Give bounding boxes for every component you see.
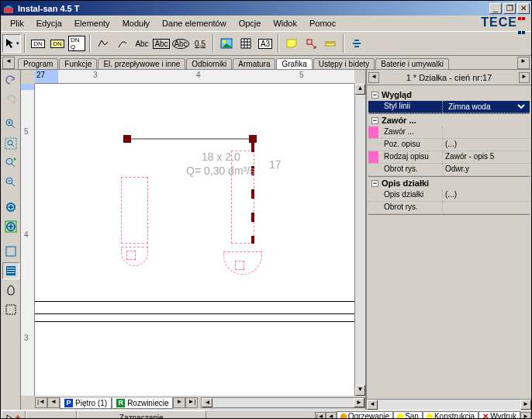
- tab-grafika[interactable]: Grafika: [276, 58, 312, 69]
- tab-funkcje[interactable]: Funkcje: [59, 58, 97, 69]
- viewtab-ogrzewanie[interactable]: Ogrzewanie: [337, 411, 393, 419]
- note-tool[interactable]: [282, 34, 301, 53]
- canvas[interactable]: 18 x 2,0 Q= 0,30 dm³/s 17: [35, 84, 354, 396]
- svg-rect-18: [7, 272, 15, 273]
- prop-row[interactable]: Styl liniiZimna woda: [368, 101, 530, 113]
- prop-prev-button[interactable]: ◄: [368, 72, 379, 83]
- properties-panel-toggle[interactable]: [2, 262, 19, 279]
- prop-select[interactable]: Zimna woda: [445, 102, 527, 112]
- select-rect-tool[interactable]: [2, 301, 19, 318]
- undo-tool[interactable]: [2, 71, 19, 88]
- a3-tool[interactable]: A3: [256, 34, 275, 53]
- horizontal-scrollbar[interactable]: ◄ ►: [201, 397, 365, 408]
- prop-section-header[interactable]: −Wygląd: [368, 88, 530, 101]
- text-box-tool[interactable]: Abc: [152, 34, 171, 53]
- view-nav-next[interactable]: ►: [520, 412, 531, 420]
- prop-key: Opis działki: [368, 189, 443, 202]
- fullscreen-tool[interactable]: [2, 243, 19, 260]
- prop-value[interactable]: (...): [443, 189, 530, 202]
- view-nav-prev[interactable]: ◄: [326, 412, 337, 420]
- scale-tool[interactable]: 0,5: [191, 34, 209, 53]
- scroll-up-button[interactable]: ▲: [355, 84, 365, 95]
- prop-value[interactable]: Odwr.y: [443, 164, 530, 176]
- viewtab-wydruk[interactable]: ✕Wydruk: [478, 411, 520, 419]
- arrow-tool[interactable]: ▾: [2, 34, 21, 53]
- expand-icon[interactable]: −: [371, 92, 378, 99]
- dnq-tool[interactable]: DN Q: [67, 34, 86, 53]
- move-object-tool[interactable]: [302, 34, 320, 53]
- prop-value[interactable]: [443, 126, 530, 139]
- tab-odbiorniki[interactable]: Odbiorniki: [186, 58, 232, 69]
- properties-scrollbar[interactable]: ◄►: [367, 399, 531, 410]
- expand-icon[interactable]: −: [371, 117, 378, 124]
- tab-armatura[interactable]: Armatura: [233, 58, 275, 69]
- zoom-out-tool[interactable]: [2, 174, 19, 191]
- zoom-fit-tool[interactable]: [2, 199, 19, 216]
- sheet-tab-rozwiniecie[interactable]: R Rozwiniecie: [112, 397, 173, 409]
- zoom-window-tool[interactable]: [2, 135, 19, 152]
- redo-tool[interactable]: [2, 91, 19, 108]
- table-tool[interactable]: [237, 34, 255, 53]
- tab-baterie[interactable]: Baterie i umywalki: [375, 58, 449, 69]
- menu-elementy[interactable]: Elementy: [68, 17, 116, 29]
- menu-dane[interactable]: Dane elementów: [156, 17, 233, 29]
- viewtab-san[interactable]: San: [393, 411, 423, 419]
- left-toolbar: [1, 70, 21, 410]
- menu-moduly[interactable]: Moduły: [116, 17, 156, 29]
- sheet-tab-pietro[interactable]: P Piętro (1): [60, 397, 112, 409]
- scroll-down-button[interactable]: ▼: [355, 385, 365, 396]
- sheet-nav-prev[interactable]: ◄: [47, 397, 60, 408]
- prop-key: Poz. opisu: [368, 139, 443, 151]
- arc-tool[interactable]: [113, 34, 132, 53]
- zoom-in-tool[interactable]: [2, 116, 19, 133]
- scroll-right-button[interactable]: ►: [354, 398, 364, 407]
- menu-edycja[interactable]: Edycja: [30, 17, 68, 29]
- sheet-nav-first[interactable]: |◄: [35, 397, 47, 408]
- prop-row[interactable]: Obrot rys.: [368, 202, 530, 214]
- prop-value[interactable]: Zimna woda: [443, 101, 530, 113]
- prop-value[interactable]: Zawór - opis 5: [443, 151, 530, 164]
- ruler-vertical[interactable]: 5 4 3: [21, 84, 35, 396]
- ruler-tool[interactable]: [321, 34, 340, 53]
- align-tool[interactable]: [347, 34, 366, 53]
- prop-section-header[interactable]: −Opis działki: [368, 177, 530, 189]
- prop-row[interactable]: Opis działki(...): [368, 189, 530, 202]
- picture-tool[interactable]: [217, 34, 236, 53]
- prop-row[interactable]: Poz. opisu(...): [368, 139, 530, 151]
- status-right: |◄ ◄ Ogrzewanie San Konstrukcja ✕Wydruk …: [206, 410, 531, 419]
- prop-section-header[interactable]: −Zawór ...: [368, 114, 530, 126]
- expand-icon[interactable]: −: [371, 180, 378, 187]
- zoom-add-tool[interactable]: [2, 154, 19, 171]
- tab-przeplywowe[interactable]: El. przepływowe i inne: [98, 58, 185, 69]
- dn-tool-2[interactable]: DN: [48, 34, 67, 53]
- prop-row[interactable]: Rodzaj opisuZawór - opis 5: [368, 151, 530, 164]
- sheet-nav-last[interactable]: ►|: [185, 397, 198, 408]
- tab-ustepy[interactable]: Ustępy i bidety: [313, 58, 375, 69]
- tab-scroll-left[interactable]: ◄: [2, 57, 15, 69]
- text-tool[interactable]: Abc: [133, 34, 151, 53]
- prop-value[interactable]: (...): [443, 139, 530, 151]
- scroll-left-button[interactable]: ◄: [202, 398, 212, 407]
- zoom-extents-tool[interactable]: [2, 218, 19, 235]
- prop-row[interactable]: Obrot rys.Odwr.y: [368, 164, 530, 176]
- tab-program[interactable]: Program: [18, 58, 58, 69]
- viewtab-konstrukcja[interactable]: Konstrukcja: [423, 411, 478, 419]
- menu-opcje[interactable]: Opcje: [233, 17, 268, 29]
- pan-tool[interactable]: [2, 282, 19, 299]
- prop-row[interactable]: Zawór ...: [368, 126, 530, 139]
- menu-plik[interactable]: Plik: [4, 17, 30, 29]
- menu-pomoc[interactable]: Pomoc: [303, 17, 342, 29]
- view-nav-first[interactable]: |◄: [315, 412, 326, 420]
- vertical-scrollbar[interactable]: ▲ ▼: [354, 84, 365, 396]
- svg-point-2: [223, 40, 226, 43]
- ruler-horizontal[interactable]: 27 3 4 5: [35, 70, 354, 84]
- prop-value[interactable]: [443, 202, 530, 214]
- status-sel-title: Zaznaczanie: [81, 414, 202, 419]
- dn-tool-1[interactable]: DN: [29, 34, 47, 53]
- tab-scroll-right[interactable]: ►: [517, 57, 530, 69]
- menu-widok[interactable]: Widok: [267, 17, 303, 29]
- text-circle-tool[interactable]: Abc: [171, 34, 190, 53]
- sheet-nav-next[interactable]: ►: [173, 397, 185, 408]
- polyline-tool[interactable]: [94, 34, 112, 53]
- prop-next-button[interactable]: ►: [519, 72, 530, 83]
